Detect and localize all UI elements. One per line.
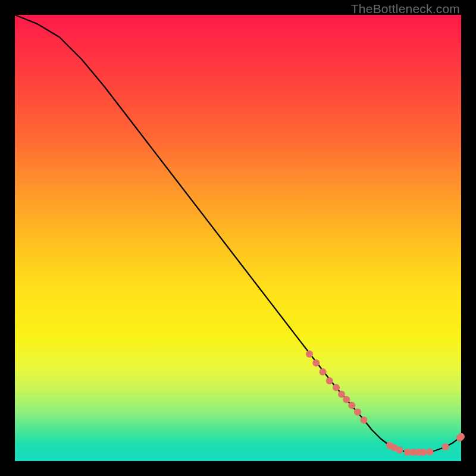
chart-marker (458, 433, 465, 440)
chart-marker (306, 350, 313, 358)
chart-marker (361, 416, 368, 424)
chart-marker (343, 396, 350, 403)
chart-marker (326, 377, 333, 384)
chart-marker (396, 446, 403, 453)
chart-marker (348, 402, 355, 409)
chart-marker (419, 449, 427, 456)
chart-markers (306, 350, 465, 456)
chart-svg (15, 15, 461, 461)
chart-plot-area (15, 15, 461, 461)
chart-marker (427, 448, 434, 455)
chart-marker (320, 368, 327, 375)
chart-marker (338, 391, 345, 398)
chart-marker (333, 384, 340, 391)
chart-stage: TheBottleneck.com (0, 0, 476, 476)
bottleneck-curve (15, 15, 461, 452)
chart-marker (354, 409, 361, 416)
chart-marker (312, 359, 320, 367)
chart-marker (442, 443, 449, 450)
watermark-label: TheBottleneck.com (351, 2, 460, 16)
